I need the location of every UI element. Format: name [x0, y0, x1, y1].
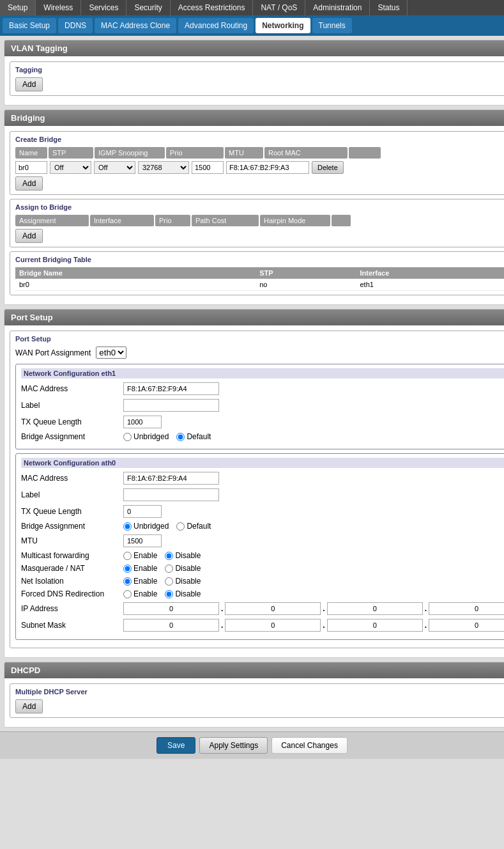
- ath0-multicast-enable-label[interactable]: Enable: [123, 551, 157, 560]
- subnet-octet3[interactable]: [327, 619, 423, 632]
- ath0-masquerade-disable-radio[interactable]: [165, 565, 173, 573]
- bottom-bar: Save Apply Settings Cancel Changes: [0, 731, 504, 759]
- ath0-dns-enable-label[interactable]: Enable: [123, 589, 157, 598]
- ath0-label-input[interactable]: [123, 488, 219, 501]
- ath0-dns-enable-text: Enable: [134, 589, 157, 598]
- nav-wireless[interactable]: Wireless: [36, 0, 81, 15]
- bridge-stp-select[interactable]: OffOn: [50, 161, 91, 174]
- assign-headers: Assignment Interface Prio Path Cost Hair…: [15, 215, 504, 226]
- ath0-ip-label: IP Address: [21, 604, 123, 613]
- nav-services[interactable]: Services: [81, 0, 126, 15]
- nav-setup[interactable]: Setup: [0, 0, 36, 15]
- ath0-default-label[interactable]: Default: [176, 522, 211, 531]
- assign-bridge-add-button[interactable]: Add: [15, 229, 43, 243]
- eth1-unbridged-label[interactable]: Unbridged: [123, 432, 169, 441]
- dhcpd-header: DHCPD: [4, 662, 504, 678]
- ath0-isolation-enable-label[interactable]: Enable: [123, 577, 157, 586]
- eth1-mac-row: MAC Address: [21, 382, 504, 395]
- ath0-subnet-control: . . .: [123, 619, 504, 632]
- ath0-label-row: Label: [21, 488, 504, 501]
- dhcpd-body: Multiple DHCP Server Add: [4, 678, 504, 727]
- bridging-section: Bridging Create Bridge Name STP IGMP Sno…: [4, 109, 504, 305]
- eth1-default-label[interactable]: Default: [176, 432, 211, 441]
- ath0-masquerade-enable-label[interactable]: Enable: [123, 564, 157, 573]
- subnet-octet2[interactable]: [225, 619, 321, 632]
- bridge-name-input[interactable]: [15, 161, 47, 174]
- ath0-unbridged-radio[interactable]: [123, 522, 132, 531]
- ath0-mtu-input[interactable]: [123, 534, 162, 547]
- eth1-bridge-label: Bridge Assignment: [21, 432, 123, 441]
- subnav-basic-setup[interactable]: Basic Setup: [3, 18, 56, 33]
- nav-administration[interactable]: Administration: [305, 0, 370, 15]
- nav-access-restrictions[interactable]: Access Restrictions: [171, 0, 254, 15]
- current-bridge-stp: no: [256, 279, 356, 291]
- eth1-label-input[interactable]: [123, 399, 219, 412]
- ip-sep2: .: [323, 604, 325, 613]
- subnav-mac-clone[interactable]: MAC Address Clone: [95, 18, 176, 33]
- ath0-unbridged-label[interactable]: Unbridged: [123, 522, 169, 531]
- bridge-igmp-select[interactable]: OffOn: [94, 161, 135, 174]
- ath0-dns-enable-radio[interactable]: [123, 590, 132, 598]
- vlan-header: VLAN Tagging: [4, 40, 504, 56]
- ip-octet1[interactable]: [123, 602, 219, 615]
- ath0-isolation-enable-radio[interactable]: [123, 577, 132, 586]
- eth1-unbridged-radio[interactable]: [123, 433, 132, 441]
- header-hairpin: Hairpin Mode: [260, 215, 330, 226]
- ip-octet3[interactable]: [327, 602, 423, 615]
- ip-octet2[interactable]: [225, 602, 321, 615]
- tagging-title: Tagging: [15, 66, 504, 74]
- save-button[interactable]: Save: [157, 737, 195, 754]
- ath0-multicast-disable-label[interactable]: Disable: [165, 551, 201, 560]
- port-setup-group-title: Port Setup: [15, 335, 504, 343]
- apply-settings-button[interactable]: Apply Settings: [199, 737, 268, 754]
- table-row: br0 no eth1: [15, 279, 504, 291]
- header-assign-actions: [332, 215, 351, 226]
- subnet-octet4[interactable]: [429, 619, 504, 632]
- subnav-ddns[interactable]: DDNS: [58, 18, 93, 33]
- bridge-row: OffOn OffOn 32768 Delete: [15, 161, 504, 174]
- eth1-mac-input[interactable]: [123, 382, 219, 395]
- ath0-isolation-disable-radio[interactable]: [165, 577, 173, 586]
- dhcpd-multi-title: Multiple DHCP Server: [15, 688, 504, 696]
- ath0-masquerade-disable-label[interactable]: Disable: [165, 564, 201, 573]
- ip-octet4[interactable]: [429, 602, 504, 615]
- eth1-tx-input[interactable]: [123, 416, 162, 428]
- port-setup-body: Port Setup WAN Port Assignment eth0 eth1…: [4, 325, 504, 657]
- dhcpd-add-button[interactable]: Add: [15, 699, 43, 713]
- ip-row: . . .: [123, 602, 504, 615]
- ath0-default-radio[interactable]: [176, 522, 185, 531]
- subnav-advanced-routing[interactable]: Advanced Routing: [178, 18, 254, 33]
- vlan-add-button[interactable]: Add: [15, 77, 43, 91]
- ath0-multicast-disable-radio[interactable]: [165, 552, 173, 560]
- ath0-ip-row: IP Address . . .: [21, 602, 504, 615]
- ath0-isolation-disable-label[interactable]: Disable: [165, 577, 201, 586]
- nav-security[interactable]: Security: [126, 0, 170, 15]
- eth1-tx-control: [123, 416, 504, 428]
- cancel-changes-button[interactable]: Cancel Changes: [271, 737, 347, 754]
- ath0-dns-disable-label[interactable]: Disable: [165, 589, 201, 598]
- ath0-mac-input[interactable]: [123, 472, 219, 485]
- ath0-label-control: [123, 488, 504, 501]
- ath0-masquerade-label: Masquerade / NAT: [21, 564, 123, 573]
- bridge-root-mac-input[interactable]: [226, 161, 309, 174]
- bridge-prio-select[interactable]: 32768: [138, 161, 189, 174]
- ath0-mtu-row: MTU: [21, 534, 504, 547]
- ath0-masquerade-enable-radio[interactable]: [123, 565, 132, 573]
- eth1-default-radio[interactable]: [176, 433, 185, 441]
- subnav-networking[interactable]: Networking: [256, 18, 310, 33]
- ath0-multicast-label: Multicast forwarding: [21, 551, 123, 560]
- header-interface: Interface: [90, 215, 154, 226]
- nav-nat-qos[interactable]: NAT / QoS: [253, 0, 305, 15]
- bridge-mtu-input[interactable]: [192, 161, 224, 174]
- subnav-tunnels[interactable]: Tunnels: [312, 18, 352, 33]
- nav-status[interactable]: Status: [370, 0, 408, 15]
- bridging-header: Bridging: [4, 110, 504, 126]
- ath0-multicast-enable-radio[interactable]: [123, 552, 132, 560]
- ath0-tx-input[interactable]: [123, 505, 162, 518]
- wan-port-select[interactable]: eth0 eth1: [96, 347, 126, 359]
- subnet-octet1[interactable]: [123, 619, 219, 632]
- ath0-dns-disable-radio[interactable]: [165, 590, 173, 598]
- bridge-delete-button[interactable]: Delete: [312, 161, 344, 174]
- create-bridge-add-button[interactable]: Add: [15, 176, 43, 191]
- header-assignment: Assignment: [15, 215, 89, 226]
